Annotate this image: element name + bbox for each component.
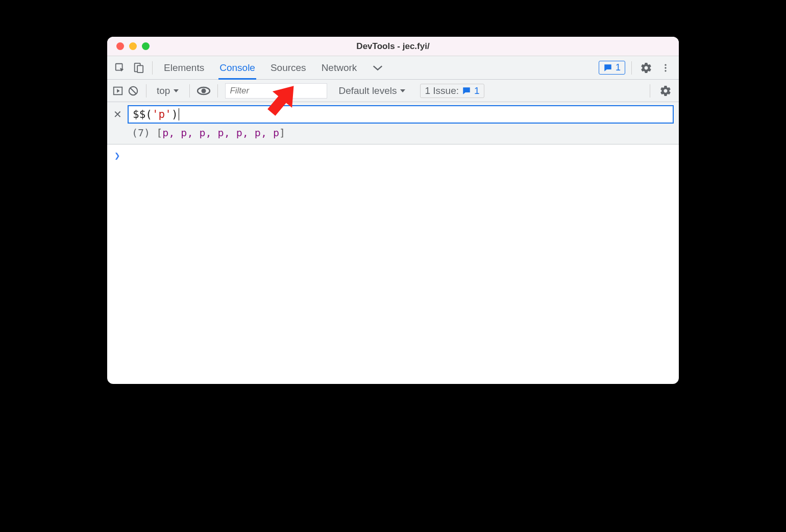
- log-levels-selector[interactable]: Default levels: [338, 85, 406, 96]
- panel-tabs: Elements Console Sources Network: [164, 56, 383, 79]
- divider: [650, 84, 650, 98]
- more-tabs-icon[interactable]: [372, 56, 383, 79]
- issues-label: 1 Issue:: [425, 85, 459, 96]
- code-string: 'p': [152, 108, 171, 120]
- devtools-window: DevTools - jec.fyi/ Elements Console Sou…: [107, 37, 679, 384]
- console-settings-icon[interactable]: [657, 83, 674, 99]
- svg-point-9: [202, 88, 206, 93]
- text-cursor: [179, 108, 179, 120]
- console-toolbar: top Default levels 1 Issue: 1: [107, 80, 679, 102]
- result-items: p, p, p, p, p, p, p: [162, 127, 279, 139]
- levels-label: Default levels: [338, 85, 397, 96]
- result-count: (7): [132, 127, 150, 139]
- device-toolbar-icon[interactable]: [131, 60, 146, 76]
- feedback-badge[interactable]: 1: [599, 61, 625, 75]
- titlebar: DevTools - jec.fyi/: [107, 37, 679, 56]
- window-title: DevTools - jec.fyi/: [107, 41, 679, 52]
- traffic-lights: [107, 42, 150, 50]
- divider: [189, 84, 190, 98]
- code-fn-close: ): [171, 108, 178, 120]
- toggle-sidebar-icon[interactable]: [112, 85, 124, 96]
- console-prompt-area[interactable]: ❯: [107, 144, 679, 166]
- feedback-count: 1: [616, 62, 621, 73]
- maximize-window-button[interactable]: [142, 42, 150, 50]
- settings-icon[interactable]: [638, 60, 654, 76]
- tab-network[interactable]: Network: [322, 56, 357, 79]
- close-icon[interactable]: ✕: [112, 108, 122, 120]
- divider: [146, 84, 146, 98]
- annotation-arrow-icon: [259, 77, 305, 123]
- svg-point-4: [665, 67, 666, 68]
- live-expression-icon[interactable]: [197, 86, 210, 96]
- eager-eval-result: (7) [p, p, p, p, p, p, p]: [132, 127, 674, 139]
- svg-rect-2: [137, 65, 143, 72]
- divider: [152, 61, 153, 75]
- tab-console[interactable]: Console: [219, 56, 255, 79]
- main-toolbar: Elements Console Sources Network 1: [107, 56, 679, 80]
- chevron-down-icon: [400, 88, 406, 93]
- eager-eval-area: ✕ $$('p') (7) [p, p, p, p, p, p, p]: [107, 102, 679, 144]
- code-fn-open: $$(: [133, 108, 152, 120]
- inspect-element-icon[interactable]: [112, 60, 128, 76]
- svg-point-3: [665, 64, 666, 65]
- tab-sources[interactable]: Sources: [271, 56, 306, 79]
- issues-button[interactable]: 1 Issue: 1: [420, 84, 484, 98]
- divider: [631, 61, 632, 75]
- prompt-chevron-icon: ❯: [114, 150, 120, 161]
- more-menu-icon[interactable]: [657, 60, 674, 76]
- minimize-window-button[interactable]: [129, 42, 137, 50]
- result-close: ]: [279, 127, 285, 139]
- divider: [217, 84, 218, 98]
- context-selector[interactable]: top: [154, 84, 182, 98]
- clear-console-icon[interactable]: [128, 85, 139, 96]
- tab-elements[interactable]: Elements: [164, 56, 204, 79]
- chevron-down-icon: [173, 88, 179, 93]
- console-input[interactable]: $$('p'): [128, 105, 674, 124]
- svg-point-5: [665, 70, 666, 71]
- close-window-button[interactable]: [116, 42, 124, 50]
- issues-count: 1: [474, 85, 480, 96]
- feedback-icon: [462, 86, 471, 95]
- result-open: [: [156, 127, 162, 139]
- context-label: top: [157, 85, 170, 96]
